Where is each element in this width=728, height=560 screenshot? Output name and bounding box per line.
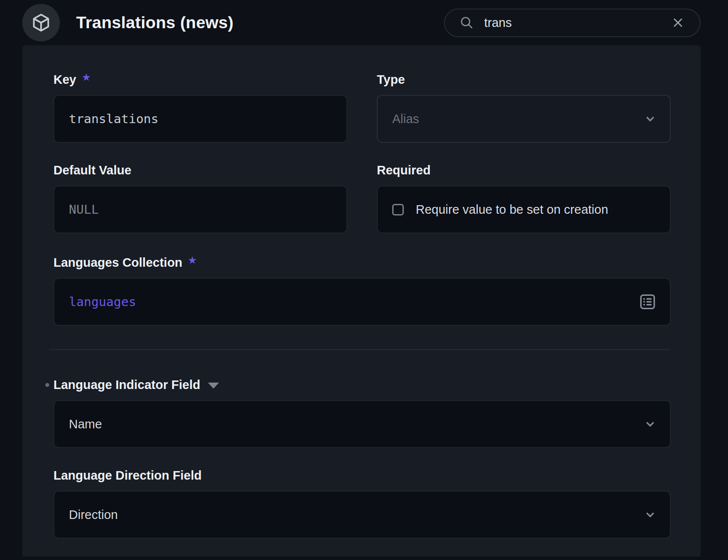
language-direction-select[interactable]: Direction bbox=[53, 491, 671, 539]
key-label: Key bbox=[53, 72, 347, 87]
page-title: Translations (news) bbox=[76, 13, 234, 32]
search-input[interactable] bbox=[484, 16, 664, 30]
languages-collection-input[interactable]: languages bbox=[53, 278, 671, 326]
caret-down-icon[interactable] bbox=[208, 383, 219, 389]
language-direction-label: Language Direction Field bbox=[53, 468, 671, 483]
field-language-direction: Language Direction Field Direction bbox=[53, 468, 671, 539]
section-divider bbox=[49, 349, 671, 350]
default-value-input[interactable] bbox=[53, 186, 347, 233]
field-default-value: Default Value bbox=[53, 162, 347, 233]
type-label: Type bbox=[377, 72, 671, 87]
field-detail-drawer: Translations (news) Key bbox=[0, 0, 728, 560]
edited-dot bbox=[45, 383, 49, 387]
language-indicator-select[interactable]: Name bbox=[53, 400, 671, 448]
clear-search-icon[interactable] bbox=[671, 15, 685, 30]
field-language-indicator: Language Indicator Field Name bbox=[53, 377, 671, 448]
chevron-down-icon bbox=[643, 508, 657, 522]
field-settings-panel: Key Type Alias bbox=[22, 45, 701, 557]
field-key: Key bbox=[53, 72, 347, 143]
chevron-down-icon bbox=[643, 112, 657, 126]
languages-collection-label: Languages Collection bbox=[53, 255, 671, 270]
type-select: Alias bbox=[377, 95, 671, 143]
required-checkbox-row: Require value to be set on creation bbox=[377, 186, 671, 233]
required-label: Required bbox=[377, 162, 671, 178]
chevron-down-icon bbox=[643, 417, 657, 431]
search-icon bbox=[459, 15, 474, 30]
required-checkbox-label[interactable]: Require value to be set on creation bbox=[416, 203, 608, 217]
required-checkbox[interactable] bbox=[392, 204, 404, 215]
field-languages-collection: Languages Collection languages bbox=[53, 255, 671, 326]
collection-avatar bbox=[22, 4, 60, 41]
search-box bbox=[444, 9, 701, 37]
drawer-header: Translations (news) bbox=[0, 0, 728, 45]
language-indicator-label: Language Indicator Field bbox=[53, 377, 671, 392]
field-type: Type Alias bbox=[377, 72, 671, 143]
default-value-label: Default Value bbox=[53, 162, 347, 178]
list-alt-icon[interactable] bbox=[638, 292, 657, 311]
key-input[interactable] bbox=[53, 95, 347, 143]
box-icon bbox=[31, 12, 51, 33]
required-star-icon bbox=[82, 73, 90, 82]
required-star-icon bbox=[188, 256, 196, 265]
field-required: Required Require value to be set on crea… bbox=[377, 162, 671, 233]
